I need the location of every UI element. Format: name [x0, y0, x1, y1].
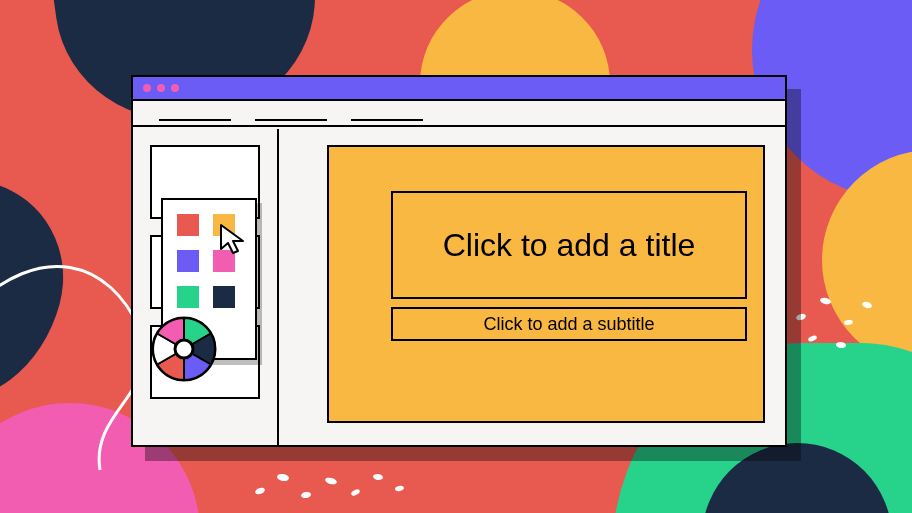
svg-point-1	[175, 340, 193, 358]
traffic-light-dot[interactable]	[171, 84, 179, 92]
traffic-light-dot[interactable]	[143, 84, 151, 92]
title-placeholder[interactable]: Click to add a title	[391, 191, 747, 299]
color-swatch[interactable]	[213, 286, 235, 308]
bg-confetti	[790, 280, 910, 360]
color-wheel-icon[interactable]	[151, 316, 217, 382]
menu-bar	[133, 101, 785, 127]
color-swatch[interactable]	[177, 286, 199, 308]
traffic-light-dot[interactable]	[157, 84, 165, 92]
color-swatch[interactable]	[213, 214, 235, 236]
bg-blob	[0, 159, 85, 421]
subtitle-placeholder[interactable]: Click to add a subtitle	[391, 307, 747, 341]
color-swatch[interactable]	[177, 214, 199, 236]
menu-item[interactable]	[159, 119, 231, 121]
window-titlebar[interactable]	[133, 77, 785, 101]
color-swatch[interactable]	[177, 250, 199, 272]
color-picker-popup	[161, 198, 257, 360]
menu-item[interactable]	[255, 119, 327, 121]
menu-item[interactable]	[351, 119, 423, 121]
color-swatch[interactable]	[213, 250, 235, 272]
slide[interactable]: Click to add a title Click to add a subt…	[327, 145, 765, 423]
slide-canvas-area: Click to add a title Click to add a subt…	[279, 129, 785, 445]
bg-confetti	[255, 460, 415, 510]
